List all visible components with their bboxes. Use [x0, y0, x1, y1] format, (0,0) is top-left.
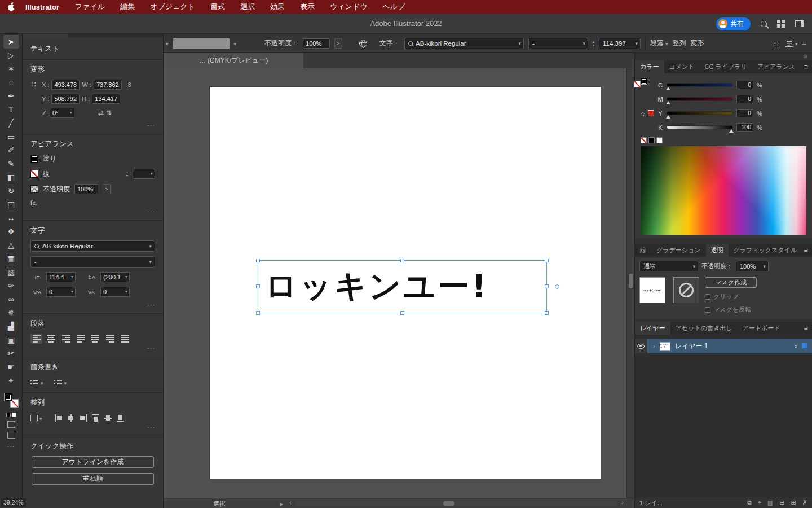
paragraph-menu[interactable]: 段落	[650, 38, 668, 48]
scroll-right-icon[interactable]	[621, 499, 624, 506]
perspective-grid-tool[interactable]: △	[3, 238, 19, 252]
opacity-input[interactable]: 100%	[74, 184, 98, 194]
collect-export-icon[interactable]: ⧉	[747, 499, 752, 506]
tab-appearance[interactable]: アピアランス	[752, 60, 801, 73]
column-graph-tool[interactable]: ▟	[3, 319, 19, 333]
document-tab[interactable]: … (CMYK/プレビュー)	[164, 53, 303, 68]
menu-file[interactable]: ファイル	[75, 2, 105, 12]
rotate-tool[interactable]: ↻	[3, 184, 19, 198]
opacity-input[interactable]: 100%	[303, 38, 330, 49]
layer-visibility-cell[interactable]	[635, 339, 647, 353]
slice-tool[interactable]: ✂	[3, 347, 19, 360]
magenta-slider[interactable]	[667, 97, 733, 101]
search-icon[interactable]	[761, 21, 767, 27]
color-spectrum[interactable]	[641, 146, 806, 235]
controlbar-menu-icon[interactable]	[802, 39, 806, 47]
justify-all-button[interactable]	[118, 334, 130, 344]
w-input[interactable]: 737.862	[94, 80, 122, 90]
font-style-combo[interactable]: -	[528, 38, 588, 49]
layer-target-icon[interactable]	[794, 343, 797, 349]
fill-stroke-indicator[interactable]	[4, 393, 19, 408]
direct-selection-tool[interactable]: ▷	[3, 49, 19, 62]
layer-expand-icon[interactable]	[653, 343, 655, 349]
tab-artboards[interactable]: アートボード	[738, 322, 785, 335]
globe-icon[interactable]	[359, 40, 367, 47]
opacity-more-button[interactable]: >	[103, 184, 111, 194]
zoom-tool[interactable]: ⌖	[3, 374, 19, 387]
handle-se[interactable]	[545, 311, 549, 315]
dock-collapse-icon[interactable]	[804, 53, 807, 59]
y-input[interactable]: 508.792	[51, 94, 80, 104]
align-h-center-icon[interactable]	[67, 414, 75, 422]
layer-selection-chip[interactable]	[802, 343, 807, 348]
black-swatch-icon[interactable]	[648, 137, 655, 143]
stroke-color-swatch[interactable]	[30, 170, 38, 178]
white-swatch-icon[interactable]	[656, 137, 663, 143]
scroll-left-icon[interactable]	[289, 499, 292, 506]
color-panel-menu-icon[interactable]	[804, 63, 808, 71]
canvas-text-object[interactable]: ロッキンユー!	[258, 260, 547, 313]
cyan-slider-thumb[interactable]	[666, 87, 670, 90]
toolbar-more-icon[interactable]	[7, 443, 15, 450]
align-to-combo[interactable]	[30, 413, 42, 423]
menu-effect[interactable]: 効果	[270, 2, 285, 12]
opacity-more-button[interactable]: >	[334, 38, 342, 49]
handle-s[interactable]	[400, 311, 404, 315]
swatch-chevron-icon[interactable]	[234, 40, 237, 47]
align-right-button[interactable]	[60, 334, 72, 344]
justify-left-button[interactable]	[74, 334, 86, 344]
reference-point-icon[interactable]	[30, 81, 38, 89]
angle-combo[interactable]: 0°	[50, 108, 74, 118]
panel-stroke-swatch-icon[interactable]	[634, 81, 641, 87]
black-slider[interactable]	[667, 125, 733, 129]
menu-view[interactable]: 表示	[300, 2, 315, 12]
align-v-top-icon[interactable]	[92, 414, 100, 422]
align-v-bottom-icon[interactable]	[117, 414, 125, 422]
tab-color[interactable]: カラー	[635, 60, 664, 73]
tab-cc-libraries[interactable]: CC ライブラリ	[700, 60, 752, 73]
yellow-value-input[interactable]: 0	[736, 109, 753, 117]
new-sublayer-icon[interactable]: ⊟	[779, 499, 784, 506]
touch-workspace-icon[interactable]	[774, 40, 780, 47]
align-menu[interactable]: 整列	[673, 38, 686, 48]
handle-sw[interactable]	[256, 311, 260, 315]
magic-wand-tool[interactable]: ✶	[3, 62, 19, 76]
new-layer-icon[interactable]: ⊞	[791, 499, 796, 506]
lasso-tool[interactable]: ◌	[3, 76, 19, 89]
flip-vertical-icon[interactable]	[106, 109, 112, 117]
none-swatch-icon[interactable]	[641, 137, 647, 143]
menu-app-name[interactable]: Illustrator	[25, 3, 59, 11]
char-font-style-combo[interactable]: -	[30, 256, 155, 268]
font-size-combo[interactable]: 114.397	[599, 38, 641, 49]
menu-select[interactable]: 選択	[240, 2, 255, 12]
mask-thumbnail[interactable]	[673, 277, 699, 303]
eye-icon[interactable]	[637, 344, 645, 349]
tab-asset-export[interactable]: アセットの書き出し	[670, 322, 738, 335]
pencil-tool[interactable]: ✎	[3, 157, 19, 170]
share-button[interactable]: 共有	[716, 17, 751, 30]
magenta-slider-thumb[interactable]	[666, 101, 670, 104]
scale-tool[interactable]: ◰	[3, 198, 19, 211]
vertical-scrollbar-thumb[interactable]	[629, 274, 633, 288]
flip-horizontal-icon[interactable]	[98, 109, 104, 117]
rotate-handle[interactable]	[555, 284, 559, 289]
locate-object-icon[interactable]: ⌖	[758, 499, 761, 506]
tab-gradient[interactable]: グラデーション	[651, 244, 706, 257]
vertical-scrollbar[interactable]	[626, 68, 634, 498]
align-h-right-icon[interactable]	[80, 414, 87, 422]
kerning-input[interactable]: 0	[46, 287, 76, 297]
align-left-button[interactable]	[30, 334, 42, 344]
menu-type[interactable]: 書式	[210, 2, 225, 12]
layer-thumbnail[interactable]: ロッキンユー!	[660, 342, 670, 351]
panel-toggle[interactable]	[785, 40, 798, 47]
transform-more-icon[interactable]	[30, 122, 155, 129]
width-tool[interactable]: ↔	[3, 211, 19, 225]
layers-panel-menu-icon[interactable]	[804, 324, 808, 332]
yellow-slider[interactable]	[667, 111, 733, 115]
font-size-stepper[interactable]	[593, 40, 594, 47]
magenta-value-input[interactable]: 0	[736, 95, 753, 103]
zoom-level-field[interactable]: 39.24%	[1, 498, 26, 507]
make-mask-button[interactable]: マスク作成	[705, 277, 757, 288]
symbol-sprayer-tool[interactable]: ✵	[3, 306, 19, 319]
paintbrush-tool[interactable]: ✐	[3, 143, 19, 157]
